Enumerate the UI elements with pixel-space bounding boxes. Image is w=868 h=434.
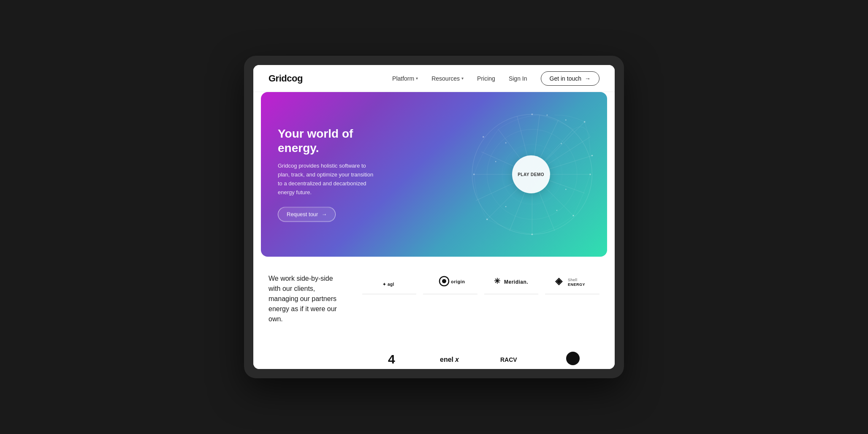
svg-point-33 — [505, 142, 507, 144]
hero-content: Your world of energy. Gridcog provides h… — [278, 127, 379, 222]
navbar: Gridcog Platform ▾ Resources ▾ Pricing S… — [253, 65, 615, 92]
client-logos-row1: ✦ agl origin — [362, 274, 599, 294]
logo-row2-1: 4 — [368, 348, 420, 369]
svg-point-40 — [442, 279, 446, 283]
hero-title: Your world of energy. — [278, 127, 379, 155]
svg-text:ENERGY: ENERGY — [568, 282, 585, 287]
svg-point-31 — [565, 119, 567, 121]
logo-meridian: ✳ Meridian. — [484, 274, 539, 294]
nav-pricing[interactable]: Pricing — [477, 75, 495, 82]
nav-resources[interactable]: Resources ▾ — [431, 75, 464, 82]
play-demo-label: PLAY DEMO — [518, 172, 544, 177]
logo[interactable]: Gridcog — [269, 73, 303, 84]
get-in-touch-button[interactable]: Get in touch → — [541, 71, 600, 86]
svg-text:Meridian.: Meridian. — [504, 279, 528, 285]
svg-text:✦ agl: ✦ agl — [382, 282, 394, 287]
svg-point-30 — [547, 114, 548, 116]
svg-point-32 — [561, 143, 562, 144]
arrow-icon: → — [585, 75, 591, 82]
hero-section: Your world of energy. Gridcog provides h… — [261, 92, 607, 257]
arrow-icon: → — [321, 212, 327, 218]
device-frame: Gridcog Platform ▾ Resources ▾ Pricing S… — [244, 56, 624, 378]
hero-description: Gridcog provides holistic software to pl… — [278, 162, 379, 197]
logo-shell-energy: ◈ Shell ENERGY — [545, 274, 599, 294]
svg-point-21 — [532, 114, 533, 115]
svg-text:◈: ◈ — [555, 276, 563, 286]
svg-text:4: 4 — [388, 352, 395, 366]
svg-point-23 — [591, 155, 593, 157]
svg-text:RACV: RACV — [500, 356, 517, 363]
chevron-down-icon: ▾ — [461, 76, 464, 81]
svg-text:Shell: Shell — [568, 278, 578, 282]
play-demo-button[interactable]: PLAY DEMO — [512, 155, 550, 193]
logo-row2-3: RACV — [487, 348, 540, 369]
svg-text:✳: ✳ — [494, 277, 501, 285]
svg-point-51 — [566, 352, 580, 365]
svg-text:enel: enel — [440, 356, 453, 363]
logo-row2-4 — [547, 348, 599, 369]
svg-point-29 — [483, 136, 484, 138]
chevron-down-icon: ▾ — [416, 76, 418, 81]
svg-text:origin: origin — [451, 279, 465, 284]
logo-origin: origin — [423, 274, 477, 294]
svg-point-37 — [565, 189, 567, 190]
svg-point-35 — [505, 206, 507, 207]
request-tour-button[interactable]: Request tour → — [278, 207, 336, 222]
clients-logos-row2: 4 enel x RACV — [253, 341, 615, 369]
nav-links: Platform ▾ Resources ▾ Pricing Sign In — [392, 75, 527, 82]
logo-row2-2: enel x — [427, 348, 480, 369]
clients-text: We work side-by-side with our clients, m… — [269, 274, 337, 324]
svg-text:x: x — [455, 356, 459, 363]
logo-agl: ✦ agl — [362, 274, 417, 294]
hero-visual — [382, 92, 607, 257]
nav-signin[interactable]: Sign In — [509, 75, 527, 82]
clients-section: We work side-by-side with our clients, m… — [253, 257, 615, 341]
browser-window: Gridcog Platform ▾ Resources ▾ Pricing S… — [253, 65, 615, 369]
svg-point-34 — [495, 161, 496, 162]
nav-platform[interactable]: Platform ▾ — [392, 75, 418, 82]
svg-point-36 — [556, 210, 558, 211]
